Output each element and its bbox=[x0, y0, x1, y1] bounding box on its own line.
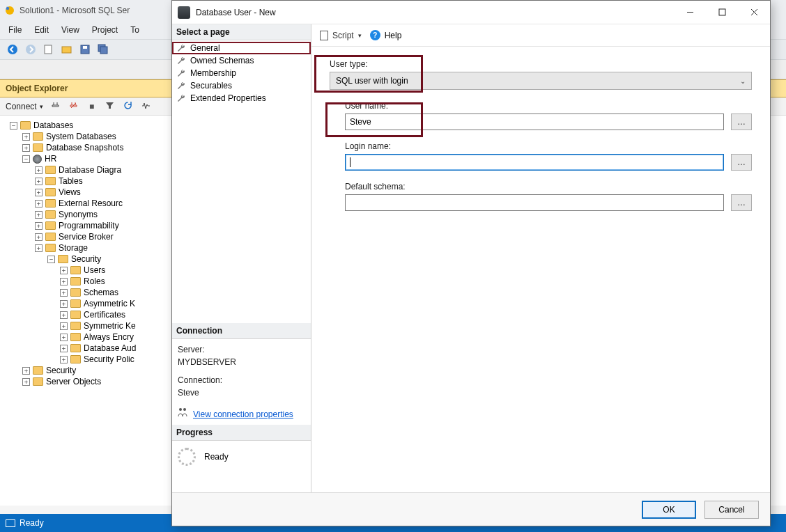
expand-icon[interactable]: + bbox=[35, 244, 43, 252]
menu-edit[interactable]: Edit bbox=[34, 25, 49, 35]
wrench-icon bbox=[176, 81, 186, 91]
plug-connect-icon[interactable] bbox=[50, 102, 61, 111]
connection-label: Connection: bbox=[178, 374, 305, 386]
expand-icon[interactable]: + bbox=[60, 311, 68, 319]
collapse-icon[interactable]: − bbox=[22, 155, 30, 163]
folder-icon bbox=[33, 377, 43, 386]
expand-icon[interactable]: + bbox=[35, 211, 43, 219]
tree-item[interactable]: +Roles bbox=[60, 276, 105, 286]
expand-icon[interactable]: + bbox=[35, 178, 43, 185]
page-general[interactable]: General bbox=[172, 42, 311, 54]
tree-security[interactable]: − Security bbox=[47, 254, 101, 264]
login-name-browse-button[interactable]: … bbox=[731, 154, 752, 171]
filter-icon[interactable] bbox=[105, 102, 116, 111]
login-name-input[interactable] bbox=[345, 154, 724, 171]
tree-item[interactable]: +Synonyms bbox=[35, 210, 98, 219]
expand-icon[interactable]: + bbox=[22, 378, 30, 386]
statusbar-text: Ready bbox=[20, 518, 44, 528]
tree-item[interactable]: +Users bbox=[60, 265, 105, 275]
page-owned-schemas[interactable]: Owned Schemas bbox=[172, 54, 311, 67]
tree-hr-database[interactable]: − HR bbox=[22, 154, 56, 164]
save-icon[interactable] bbox=[79, 44, 91, 55]
dialog-titlebar[interactable]: Database User - New bbox=[172, 1, 770, 24]
tree-item[interactable]: +Schemas bbox=[60, 288, 118, 297]
tree-item[interactable]: +Symmetric Ke bbox=[60, 321, 136, 331]
window-minimize-button[interactable] bbox=[674, 1, 706, 24]
nav-fwd-icon[interactable] bbox=[25, 44, 36, 55]
tree-server-objects[interactable]: + Server Objects bbox=[22, 377, 101, 386]
cancel-button[interactable]: Cancel bbox=[704, 501, 759, 519]
menu-tools[interactable]: To bbox=[130, 25, 139, 35]
tree-label: Databases bbox=[33, 120, 73, 130]
tree-label: Certificates bbox=[84, 310, 125, 320]
tree-item[interactable]: +External Resourc bbox=[35, 198, 123, 208]
svg-point-2 bbox=[8, 45, 17, 54]
tree-item[interactable]: +Storage bbox=[35, 243, 88, 253]
svg-rect-11 bbox=[719, 9, 725, 15]
refresh-icon[interactable] bbox=[123, 102, 134, 111]
connect-button[interactable]: Connect ▾ bbox=[6, 102, 43, 111]
tree-outer-security[interactable]: + Security bbox=[22, 366, 76, 375]
server-label: Server: bbox=[178, 343, 305, 356]
expand-icon[interactable]: + bbox=[35, 222, 43, 230]
tree-item[interactable]: +Always Encry bbox=[60, 332, 134, 342]
page-membership[interactable]: Membership bbox=[172, 67, 311, 79]
open-file-icon[interactable] bbox=[61, 44, 72, 55]
expand-icon[interactable]: + bbox=[60, 356, 68, 363]
tree-item[interactable]: +Programmability bbox=[35, 221, 119, 230]
expand-icon[interactable]: + bbox=[22, 133, 30, 141]
default-schema-input[interactable] bbox=[345, 194, 724, 211]
login-name-label: Login name: bbox=[345, 141, 752, 151]
tree-item[interactable]: +Asymmetric K bbox=[60, 299, 135, 308]
expand-icon[interactable]: + bbox=[35, 233, 43, 241]
collapse-icon[interactable]: − bbox=[10, 122, 17, 130]
nav-back-icon[interactable] bbox=[7, 44, 18, 55]
tree-system-databases[interactable]: + System Databases bbox=[22, 132, 116, 141]
expand-icon[interactable]: + bbox=[22, 367, 30, 375]
expand-icon[interactable]: + bbox=[60, 289, 68, 297]
page-extended-properties[interactable]: Extended Properties bbox=[172, 92, 311, 104]
dialog-toolbar: Script ▾ ? Help bbox=[311, 24, 770, 47]
folder-icon bbox=[45, 233, 56, 241]
window-close-button[interactable] bbox=[738, 1, 770, 24]
tree-item[interactable]: +Tables bbox=[35, 176, 83, 186]
tree-databases[interactable]: − Databases bbox=[10, 120, 73, 130]
expand-icon[interactable]: + bbox=[60, 334, 68, 341]
folder-icon bbox=[45, 244, 56, 252]
expand-icon[interactable]: + bbox=[35, 166, 43, 174]
view-connection-properties-link[interactable]: View connection properties bbox=[193, 408, 293, 421]
collapse-icon[interactable]: − bbox=[47, 256, 55, 263]
expand-icon[interactable]: + bbox=[60, 278, 68, 285]
expand-icon[interactable]: + bbox=[60, 345, 68, 352]
expand-icon[interactable]: + bbox=[35, 189, 43, 196]
expand-icon[interactable]: + bbox=[35, 200, 43, 208]
menu-view[interactable]: View bbox=[61, 25, 79, 35]
script-button[interactable]: Script ▾ bbox=[320, 31, 362, 40]
new-query-icon[interactable] bbox=[43, 44, 54, 55]
plug-disconnect-icon[interactable] bbox=[68, 102, 79, 111]
page-securables[interactable]: Securables bbox=[172, 79, 311, 92]
tree-item[interactable]: +Views bbox=[35, 187, 81, 197]
menu-project[interactable]: Project bbox=[92, 25, 118, 35]
save-all-icon[interactable] bbox=[98, 44, 109, 55]
default-schema-browse-button[interactable]: … bbox=[731, 194, 752, 211]
tree-item[interactable]: +Database Diagra bbox=[35, 165, 121, 175]
activity-icon[interactable] bbox=[141, 102, 152, 111]
tree-item[interactable]: +Database Aud bbox=[60, 343, 136, 353]
tree-item[interactable]: +Security Polic bbox=[60, 354, 134, 364]
tree-label: Views bbox=[59, 187, 81, 197]
expand-icon[interactable]: + bbox=[22, 144, 30, 152]
dialog-button-bar: OK Cancel bbox=[172, 492, 770, 526]
expand-icon[interactable]: + bbox=[60, 267, 68, 274]
window-maximize-button[interactable] bbox=[706, 1, 738, 24]
menu-file[interactable]: File bbox=[8, 25, 22, 35]
expand-icon[interactable]: + bbox=[60, 322, 68, 330]
user-name-browse-button[interactable]: … bbox=[731, 114, 752, 130]
tree-item[interactable]: +Certificates bbox=[60, 310, 125, 320]
help-button[interactable]: ? Help bbox=[370, 30, 402, 40]
ok-button[interactable]: OK bbox=[642, 501, 696, 519]
expand-icon[interactable]: + bbox=[60, 300, 68, 308]
tree-database-snapshots[interactable]: + Database Snapshots bbox=[22, 143, 123, 152]
stop-icon[interactable]: ■ bbox=[86, 102, 98, 111]
tree-item[interactable]: +Service Broker bbox=[35, 232, 114, 242]
